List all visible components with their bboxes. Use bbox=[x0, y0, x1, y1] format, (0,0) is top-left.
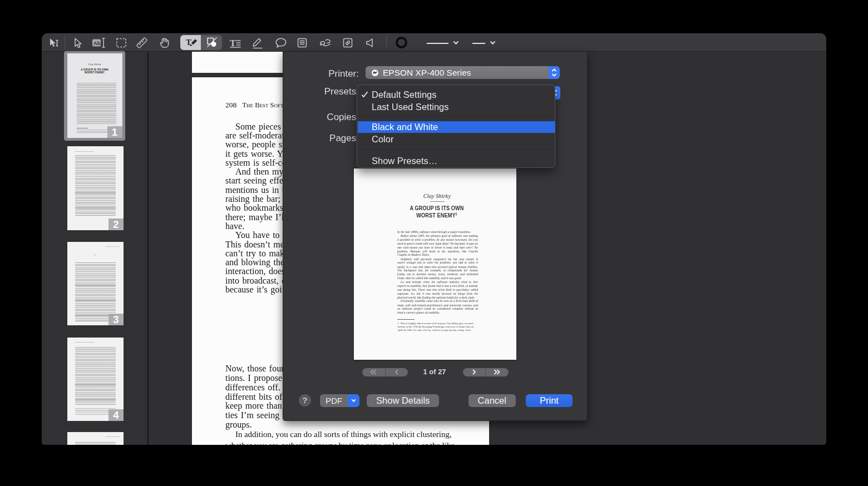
svg-text:Ab: Ab bbox=[93, 40, 101, 46]
svg-text:T: T bbox=[230, 38, 236, 48]
